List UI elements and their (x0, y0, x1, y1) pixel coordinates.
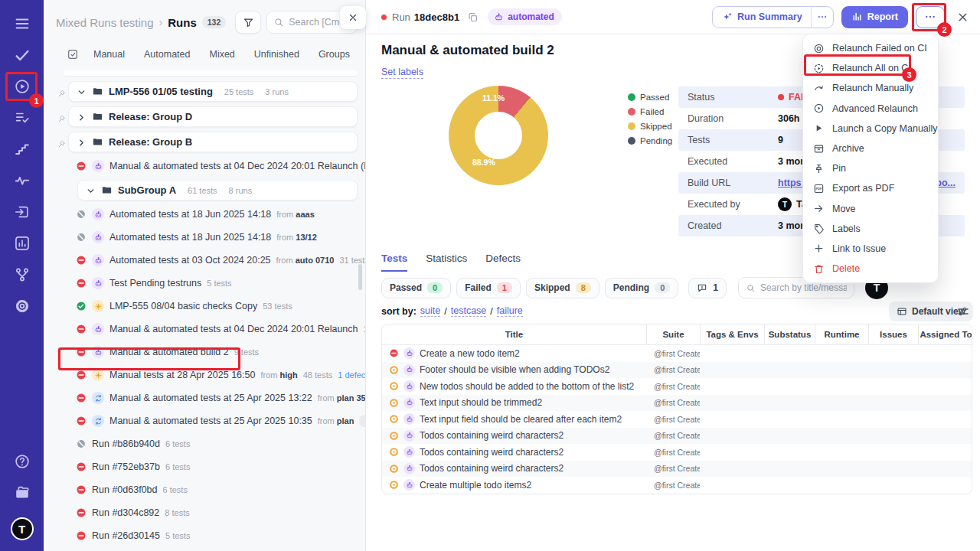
run-row[interactable]: Manual & automated tests at 25 Apr 2025 … (44, 386, 365, 409)
tab-manual[interactable]: Manual (93, 49, 125, 60)
select-all-icon[interactable] (67, 48, 79, 60)
run-row[interactable]: Manual & automated tests at 04 Dec 2024 … (44, 155, 365, 178)
run-row-selected[interactable]: Manual & automated build 29 tests (44, 341, 365, 364)
test-row[interactable]: Text input should be trimmed2@first Crea… (382, 395, 972, 412)
run-row[interactable]: Run #752eb37b6 tests (44, 455, 365, 478)
group-row[interactable]: LMP-556 01/05 testing25 tests3 runs (44, 79, 365, 104)
chevron-right-icon[interactable] (77, 137, 87, 147)
run-row[interactable]: Test Pending testruns5 tests (44, 272, 365, 295)
sidebar-item-test-plans[interactable] (7, 102, 38, 133)
column-header-suite[interactable]: Suite (646, 324, 700, 344)
test-row[interactable]: Create a new todo item2@first Create ... (382, 345, 972, 362)
more-actions-button[interactable] (916, 6, 945, 28)
test-row[interactable]: New todos should be added to the bottom … (382, 378, 972, 395)
tab-unfinished[interactable]: Unfinished (254, 49, 299, 60)
filter-pill-skipped[interactable]: Skipped8 (526, 278, 599, 298)
menu-item-delete[interactable]: Delete (803, 259, 938, 279)
menu-item-launch-a-copy-manually[interactable]: Launch a Copy Manually (803, 119, 938, 139)
filter-pill-pending[interactable]: Pending0 (605, 278, 678, 298)
filter-pill-failed[interactable]: Failed1 (456, 278, 521, 298)
sidebar-item-settings[interactable] (7, 290, 38, 321)
test-row[interactable]: Todos containing weird characters2@first… (382, 461, 972, 478)
menu-item-relaunch-all-on-ci[interactable]: Relaunch All on CI (803, 58, 938, 78)
sidebar-item-help[interactable] (7, 445, 38, 477)
test-row[interactable]: Todos containing weird characters2@first… (382, 444, 972, 461)
sort-link-testcase[interactable]: testcase (451, 305, 487, 317)
close-run-button[interactable] (956, 11, 969, 24)
menu-item-advanced-relaunch[interactable]: Advanced Relaunch (803, 99, 938, 119)
menu-item-labels[interactable]: Labels (803, 219, 938, 239)
run-row[interactable]: Manual & automated tests at 25 Apr 2025 … (44, 409, 365, 432)
column-header-title[interactable]: Title (382, 324, 646, 344)
breadcrumb-project[interactable]: Mixed Runs testing (56, 16, 154, 29)
report-button[interactable]: Report (841, 6, 908, 28)
run-row[interactable]: Automated tests at 18 Jun 2025 14:18from… (44, 203, 365, 226)
menu-item-relaunch-failed-on-ci[interactable]: Relaunch Failed on CI (803, 38, 938, 58)
group-card[interactable]: Release: Group D (68, 106, 358, 127)
column-header-issues[interactable]: Issues (868, 324, 918, 344)
sort-link-failure[interactable]: failure (497, 305, 523, 317)
run-row[interactable]: Run #b86b940d6 tests (44, 432, 365, 455)
sidebar-item-my-tasks[interactable] (7, 39, 38, 70)
column-header-tags-envs[interactable]: Tags & Envs (700, 324, 764, 344)
tab-automated[interactable]: Automated (144, 49, 190, 60)
sidebar-item-steps[interactable] (7, 133, 38, 165)
group-row[interactable]: Release: Group D (44, 104, 365, 129)
run-row[interactable]: Run #26d301455 tests (44, 524, 365, 547)
run-row[interactable]: Manual tests at 28 Apr 2025 16:50from hi… (44, 364, 365, 386)
sidebar-item-analytics[interactable] (7, 227, 38, 259)
run-row[interactable]: Automated tests at 03 Oct 2024 20:25from… (44, 249, 365, 272)
test-row[interactable]: Text input field should be cleared after… (382, 411, 972, 428)
account-avatar[interactable]: T (11, 517, 34, 540)
menu-item-move[interactable]: Move (803, 199, 938, 219)
run-summary-button[interactable]: Run Summary (712, 6, 834, 28)
tab-mixed[interactable]: Mixed (209, 49, 234, 60)
test-row[interactable]: Todos containing weird characters2@first… (382, 428, 972, 445)
sidebar-item-import[interactable] (7, 196, 38, 227)
column-header-runtime[interactable]: Runtime (815, 324, 868, 344)
menu-item-relaunch-manually[interactable]: Relaunch Manually (803, 78, 938, 98)
test-row[interactable]: Create multiple todo items2@first Create… (382, 477, 972, 494)
tab-groups[interactable]: Groups (318, 49, 350, 60)
column-header-assigned-to[interactable]: Assigned To (918, 324, 972, 344)
run-defects-link[interactable]: 1 defects (338, 370, 365, 380)
scrollbar-thumb[interactable] (358, 264, 362, 290)
group-row[interactable]: SubGroup A61 tests8 runs (44, 178, 365, 203)
group-card[interactable]: SubGroup A61 tests8 runs (77, 180, 358, 201)
menu-item-pin[interactable]: Pin (803, 158, 938, 178)
breadcrumb-page[interactable]: Runs (168, 16, 197, 29)
run-row[interactable]: Run #0d63f0bd6 tests (44, 478, 365, 501)
column-header-substatus[interactable]: Substatus (764, 324, 815, 344)
sidebar-item-activity[interactable] (7, 165, 38, 196)
group-card[interactable]: LMP-556 01/05 testing25 tests3 runs (68, 81, 358, 102)
chevron-right-icon[interactable] (77, 112, 87, 122)
tab-statistics[interactable]: Statistics (426, 253, 467, 272)
menu-item-export-as-pdf[interactable]: PDFExport as PDF (803, 178, 938, 198)
columns-settings-icon[interactable] (956, 305, 970, 318)
sidebar-item-menu[interactable] (7, 8, 38, 39)
sidebar-item-branches[interactable] (7, 259, 38, 290)
chevron-down-icon[interactable] (86, 185, 96, 195)
tests-search-input[interactable] (760, 282, 847, 293)
set-labels-link[interactable]: Set labels (381, 67, 423, 79)
panel-close-button[interactable] (340, 6, 366, 29)
copy-run-id-button[interactable] (467, 11, 479, 23)
run-row[interactable]: Run #d304c8928 tests (44, 501, 365, 524)
run-row[interactable]: Manual & automated tests at 04 Dec 2024 … (44, 318, 365, 341)
sidebar-item-runs[interactable] (7, 70, 38, 102)
tab-defects[interactable]: Defects (485, 253, 521, 272)
tab-tests[interactable]: Tests (381, 253, 407, 272)
filter-button[interactable] (235, 11, 261, 34)
comments-filter-pill[interactable]: 1 (688, 278, 727, 298)
run-summary-more-button[interactable] (811, 7, 833, 28)
filter-pill-passed[interactable]: Passed0 (381, 278, 451, 298)
menu-item-link-to-issue[interactable]: Link to Issue (803, 239, 938, 259)
menu-item-archive[interactable]: Archive (803, 139, 938, 158)
run-row[interactable]: Automated tests at 18 Jun 2025 14:18from… (44, 226, 365, 249)
group-card[interactable]: Release: Group B (68, 132, 358, 152)
test-row[interactable]: Footer should be visible when adding TOD… (382, 362, 972, 379)
sort-link-suite[interactable]: suite (420, 305, 440, 317)
group-row[interactable]: Release: Group B (44, 129, 365, 155)
build-url-link-tail[interactable]: po... (936, 178, 956, 188)
chevron-down-icon[interactable] (77, 86, 87, 96)
